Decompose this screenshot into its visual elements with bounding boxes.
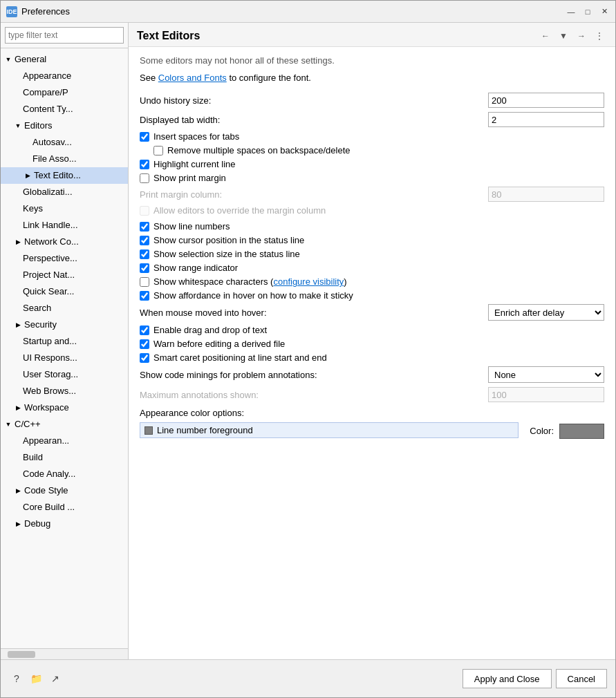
smart-caret-row: Smart caret positioning at line start an… [140, 352, 604, 363]
horizontal-scrollbar[interactable] [1, 648, 128, 659]
show-selection-size-label: Show selection size in the status line [153, 249, 300, 259]
show-line-numbers-row: Show line numbers [140, 221, 604, 232]
tree-item-appearance[interactable]: Appearance [1, 68, 128, 84]
tree-item-debug[interactable]: ▶Debug [1, 516, 128, 532]
hover-select[interactable]: Enrich after delay Enrich immediately Ne… [488, 304, 604, 321]
tree-label-core-build: Core Build ... [23, 500, 75, 514]
warn-before-editing-checkbox[interactable] [140, 339, 149, 349]
show-whitespace-label: Show whitespace characters (configure vi… [153, 276, 347, 287]
dropdown-icon[interactable]: ▼ [556, 28, 571, 44]
info-text: Some editors may not honor all of these … [140, 55, 604, 66]
color-label: Color: [530, 426, 554, 436]
show-affordance-label: Show affordance in hover on how to make … [153, 290, 353, 301]
show-cursor-pos-checkbox[interactable] [140, 236, 149, 245]
tab-width-input[interactable] [488, 112, 604, 127]
tree-item-network[interactable]: ▶Network Co... [1, 234, 128, 250]
tree-arrow-text-editors: ▶ [23, 171, 32, 180]
show-print-margin-row: Show print margin [140, 173, 604, 183]
show-range-checkbox[interactable] [140, 263, 149, 273]
tree-item-search[interactable]: Search [1, 300, 128, 317]
remove-multiple-checkbox[interactable] [153, 146, 163, 155]
insert-spaces-checkbox[interactable] [140, 132, 149, 142]
back-nav-icon[interactable]: ← [538, 28, 553, 44]
tree-arrow-network: ▶ [13, 237, 23, 247]
apply-and-close-button[interactable]: Apply and Close [463, 669, 552, 688]
tree-item-compare[interactable]: Compare/P [1, 84, 128, 101]
app-icon: IDE [6, 6, 17, 17]
tree-item-security[interactable]: ▶Security [1, 317, 128, 333]
enable-drag-drop-row: Enable drag and drop of text [140, 325, 604, 335]
tree-item-link-handlers[interactable]: Link Handle... [1, 217, 128, 234]
tree-arrow-workspace: ▶ [13, 403, 23, 413]
title-bar: IDE Preferences — □ ✕ [1, 1, 615, 23]
show-affordance-checkbox[interactable] [140, 291, 149, 301]
insert-spaces-row: Insert spaces for tabs [140, 131, 604, 142]
minimize-button[interactable]: — [566, 6, 577, 17]
window-title: Preferences [21, 6, 566, 17]
cancel-button[interactable]: Cancel [556, 669, 607, 688]
code-minings-select[interactable]: None All Errors Warnings [488, 366, 604, 383]
tree-item-code-analysis[interactable]: Code Analy... [1, 466, 128, 482]
forward-nav-icon[interactable]: → [574, 28, 589, 44]
tree-item-cpp[interactable]: ▼C/C++ [1, 416, 128, 433]
tree-item-quick-search[interactable]: Quick Sear... [1, 283, 128, 300]
tree-item-text-editors[interactable]: ▶Text Edito... [1, 167, 128, 184]
tree-item-web-browsers[interactable]: Web Brows... [1, 383, 128, 399]
colors-and-fonts-link[interactable]: Colors and Fonts [158, 73, 227, 83]
undo-row: Undo history size: [140, 93, 604, 108]
color-swatch-large[interactable] [559, 424, 604, 439]
allow-editors-checkbox [140, 206, 149, 216]
show-affordance-row: Show affordance in hover on how to make … [140, 290, 604, 301]
tree-label-startup: Startup and... [23, 334, 77, 348]
warn-before-editing-row: Warn before editing a derived file [140, 339, 604, 349]
configure-visibility-link[interactable]: configure visibility [273, 276, 344, 287]
show-selection-size-checkbox[interactable] [140, 249, 149, 259]
more-icon[interactable]: ⋮ [592, 28, 607, 44]
export-icon[interactable]: 📁 [28, 671, 44, 686]
show-range-row: Show range indicator [140, 263, 604, 273]
tree-item-content-type[interactable]: Content Ty... [1, 101, 128, 117]
tree-item-startup[interactable]: Startup and... [1, 333, 128, 350]
filter-input[interactable] [5, 27, 124, 44]
tree-label-perspectives: Perspective... [23, 252, 77, 265]
show-whitespace-checkbox[interactable] [140, 277, 149, 287]
show-print-margin-checkbox[interactable] [140, 173, 149, 183]
tree-label-compare: Compare/P [23, 86, 68, 100]
tree-label-debug: Debug [24, 517, 50, 531]
close-button[interactable]: ✕ [599, 6, 610, 17]
tree-arrow-code-style: ▶ [13, 486, 23, 496]
tree-label-network: Network Co... [24, 235, 79, 249]
tree-label-ui-responsive: UI Respons... [23, 351, 77, 365]
tree-item-core-build[interactable]: Core Build ... [1, 499, 128, 516]
tree-item-editors[interactable]: ▼Editors [1, 117, 128, 134]
tree-item-user-storage[interactable]: User Storag... [1, 366, 128, 383]
color-list-item[interactable]: Line number foreground [140, 422, 519, 438]
see-also-suffix: to configure the font. [229, 73, 311, 83]
smart-caret-checkbox[interactable] [140, 353, 149, 363]
tree-item-autosave[interactable]: Autosav... [1, 134, 128, 151]
tree-item-file-assoc[interactable]: File Asso... [1, 151, 128, 167]
import-icon[interactable]: ↗ [48, 671, 63, 686]
tree-item-general[interactable]: ▼General [1, 51, 128, 68]
allow-editors-row: Allow editors to override the margin col… [140, 205, 604, 216]
tree-label-web-browsers: Web Brows... [23, 384, 76, 398]
undo-input[interactable] [488, 93, 604, 108]
tree-item-cpp-appearance[interactable]: Appearan... [1, 433, 128, 449]
tree-item-project-nat[interactable]: Project Nat... [1, 267, 128, 283]
tree-item-ui-responsive[interactable]: UI Respons... [1, 350, 128, 366]
help-icon[interactable]: ? [9, 671, 24, 686]
tree-item-globalization[interactable]: Globalizati... [1, 184, 128, 200]
enable-drag-drop-checkbox[interactable] [140, 326, 149, 335]
highlight-line-checkbox[interactable] [140, 160, 149, 169]
tree-item-build[interactable]: Build [1, 449, 128, 466]
tree-item-keys[interactable]: Keys [1, 200, 128, 217]
tree-item-perspectives[interactable]: Perspective... [1, 250, 128, 267]
tree-item-code-style[interactable]: ▶Code Style [1, 482, 128, 499]
show-line-numbers-checkbox[interactable] [140, 222, 149, 232]
tree-label-file-assoc: File Asso... [32, 152, 77, 166]
tree-label-text-editors: Text Edito... [34, 169, 81, 182]
maximize-button[interactable]: □ [582, 6, 593, 17]
tree-item-workspace[interactable]: ▶Workspace [1, 399, 128, 416]
tree-label-search: Search [23, 301, 51, 315]
tree-label-user-storage: User Storag... [23, 368, 78, 381]
